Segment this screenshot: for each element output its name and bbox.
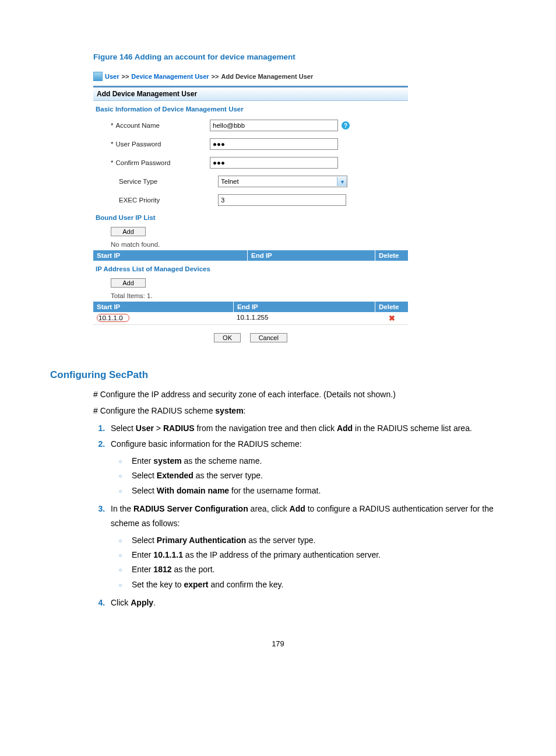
main-panel: Add Device Management User Basic Informa… — [93, 86, 408, 346]
sub-item: Enter 10.1.1.1 as the IP address of the … — [119, 548, 506, 562]
help-icon[interactable]: ? — [342, 121, 350, 130]
select-service[interactable]: Telnet ▾ — [218, 176, 347, 187]
row-exec: EXEC Priority — [93, 191, 408, 209]
sub-item: Select Primary Authentication as the ser… — [119, 533, 506, 548]
no-match-text: No match found. — [93, 239, 408, 250]
breadcrumb-current: Add Device Management User — [221, 73, 313, 80]
panel-header: Add Device Management User — [93, 88, 408, 101]
label-confirm: *Confirm Password — [93, 159, 210, 166]
col-delete: Delete — [375, 250, 408, 261]
sub-item: Select Extended as the server type. — [119, 468, 506, 483]
figure-title: Figure 146 Adding an account for device … — [93, 52, 506, 61]
cell-start-ip: 10.1.1.0 — [93, 312, 233, 324]
label-service: Service Type — [93, 178, 218, 185]
total-items-text: Total Items: 1. — [93, 290, 408, 302]
cancel-button[interactable]: Cancel — [250, 333, 287, 342]
button-bar: OK Cancel — [93, 325, 408, 346]
managed-ip-table-header: Start IP End IP Delete — [93, 302, 408, 312]
col-start-ip[interactable]: Start IP — [93, 302, 234, 312]
bound-ip-title: Bound User IP List — [93, 209, 408, 225]
breadcrumb: User >> Device Management User >> Add De… — [93, 72, 408, 81]
col-end-ip[interactable]: End IP — [234, 302, 375, 312]
highlight-circle: 10.1.1.0 — [97, 314, 129, 322]
list-item: Configure basic information for the RADI… — [107, 437, 506, 498]
row-service: Service Type Telnet ▾ — [93, 172, 408, 191]
select-service-value: Telnet — [221, 178, 239, 185]
label-password: *User Password — [93, 141, 210, 148]
add-managed-ip-button[interactable]: Add — [111, 278, 146, 288]
sub-item: Set the key to expert and confirm the ke… — [119, 578, 506, 592]
sub-item: Enter system as the scheme name. — [119, 454, 506, 468]
table-row: 10.1.1.0 10.1.1.255 ✖ — [93, 312, 408, 325]
input-account[interactable] — [210, 120, 338, 131]
managed-ip-title: IP Address List of Managed Devices — [93, 261, 408, 276]
col-delete: Delete — [375, 302, 408, 312]
row-confirm: *Confirm Password — [93, 153, 408, 172]
basic-info-title: Basic Information of Device Management U… — [93, 101, 408, 116]
label-account: *Account Name — [93, 122, 210, 129]
row-account: *Account Name ? — [93, 116, 408, 135]
doc-paragraph: # Configure the RADIUS scheme system: — [93, 404, 506, 417]
col-end-ip[interactable]: End IP — [248, 250, 375, 261]
sub-list: Enter system as the scheme name. Select … — [119, 454, 506, 498]
ordered-list: Select User > RADIUS from the navigation… — [93, 421, 506, 610]
col-start-ip[interactable]: Start IP — [93, 250, 248, 261]
breadcrumb-user[interactable]: User — [105, 73, 119, 80]
input-password[interactable] — [210, 138, 338, 150]
input-confirm[interactable] — [210, 157, 338, 169]
add-bound-ip-button[interactable]: Add — [111, 227, 146, 236]
screenshot-panel: User >> Device Management User >> Add De… — [93, 72, 408, 346]
sub-item: Enter 1812 as the port. — [119, 562, 506, 577]
breadcrumb-devmgmt[interactable]: Device Management User — [131, 73, 209, 80]
label-exec: EXEC Priority — [93, 197, 218, 204]
list-item: In the RADIUS Server Configuration area,… — [107, 502, 506, 592]
ok-button[interactable]: OK — [214, 333, 241, 342]
cell-end-ip: 10.1.1.255 — [233, 312, 375, 324]
breadcrumb-sep: >> — [121, 73, 129, 80]
chevron-down-icon: ▾ — [337, 177, 347, 186]
sub-list: Select Primary Authentication as the ser… — [119, 533, 506, 592]
list-item: Click Apply. — [107, 596, 506, 610]
sub-item: Select With domain name for the username… — [119, 484, 506, 498]
list-item: Select User > RADIUS from the navigation… — [107, 421, 506, 436]
doc-paragraph: # Configure the IP address and security … — [93, 388, 506, 401]
bound-ip-table-header: Start IP End IP Delete — [93, 250, 408, 261]
cell-delete: ✖ — [375, 312, 408, 324]
row-password: *User Password — [93, 135, 408, 153]
input-exec[interactable] — [218, 194, 346, 206]
section-heading: Configuring SecPath — [50, 369, 506, 381]
page-number: 179 — [50, 639, 506, 648]
user-icon — [93, 72, 103, 81]
delete-icon[interactable]: ✖ — [389, 314, 395, 323]
breadcrumb-sep: >> — [212, 73, 219, 80]
